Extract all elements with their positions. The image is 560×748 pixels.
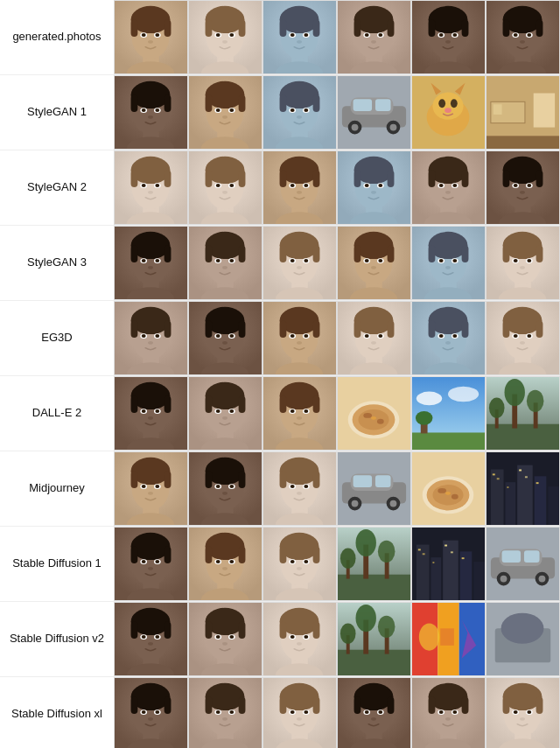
row-9: Stable Diffusion xl [0,677,560,748]
svg-point-605 [297,642,302,646]
svg-rect-642 [206,696,213,714]
svg-point-175 [304,184,308,187]
svg-rect-573 [131,621,138,639]
row-6: Midjourney [0,451,560,527]
svg-point-672 [365,710,369,714]
svg-rect-557 [462,557,465,559]
svg-point-590 [216,635,220,639]
svg-rect-491 [517,465,533,525]
image-3-4 [411,226,486,300]
images-row-0 [114,0,560,74]
svg-point-660 [304,710,308,714]
svg-point-241 [222,266,228,269]
svg-rect-493 [548,486,559,525]
svg-point-318 [229,334,234,338]
image-5-1 [188,376,262,451]
svg-rect-563 [524,550,540,563]
svg-point-591 [229,635,234,639]
svg-rect-31 [280,19,287,37]
image-9-5 [486,677,560,748]
image-1-3 [337,75,411,150]
image-1-1 [188,75,262,150]
svg-rect-518 [206,546,213,563]
svg-rect-353 [462,320,469,338]
svg-point-418 [371,416,376,420]
svg-rect-620 [440,628,454,646]
svg-point-174 [290,184,295,187]
svg-point-75 [527,33,531,37]
svg-rect-171 [313,170,320,187]
image-5-5 [486,376,560,451]
svg-rect-288 [536,245,543,262]
svg-point-428 [505,379,525,406]
svg-point-687 [445,717,451,721]
svg-point-131 [438,99,445,108]
svg-rect-58 [462,19,469,37]
svg-point-456 [229,485,234,488]
images-row-1 [114,75,560,150]
image-2-5 [486,150,560,225]
svg-point-579 [148,642,153,646]
image-7-2 [262,527,337,601]
svg-rect-96 [206,94,213,112]
image-6-3 [337,451,411,526]
svg-rect-287 [503,245,510,262]
svg-point-523 [229,560,234,563]
svg-rect-599 [280,621,287,639]
image-0-4 [411,0,486,74]
image-1-5 [486,75,560,150]
svg-point-371 [520,341,525,345]
image-6-5 [486,451,560,526]
svg-point-213 [514,184,518,187]
svg-rect-300 [131,320,138,338]
svg-point-226 [142,259,146,262]
svg-point-382 [142,409,146,413]
svg-rect-586 [206,621,213,639]
svg-rect-84 [164,94,172,112]
svg-point-292 [527,259,531,262]
svg-point-149 [155,184,159,187]
image-8-3 [337,602,411,676]
svg-point-535 [290,560,295,563]
image-8-5 [486,602,560,676]
svg-rect-392 [239,395,246,413]
svg-rect-668 [354,696,361,714]
image-0-3 [337,0,411,74]
label-0: generated.photos [0,0,114,74]
svg-rect-490 [505,482,515,525]
svg-rect-379 [164,395,172,413]
svg-rect-144 [131,170,138,187]
svg-rect-261 [354,245,361,262]
images-row-4 [114,301,560,375]
svg-rect-121 [375,99,391,111]
svg-rect-549 [430,557,441,600]
svg-point-468 [290,485,295,488]
svg-point-266 [378,259,382,262]
svg-point-150 [148,191,153,194]
image-3-0 [114,226,188,300]
svg-rect-497 [525,476,528,478]
svg-point-444 [148,492,153,495]
svg-point-619 [419,623,439,650]
svg-point-101 [229,108,234,112]
image-5-4 [411,376,486,451]
svg-point-278 [439,259,444,262]
svg-point-304 [142,334,146,338]
label-2: StyleGAN 2 [0,150,114,225]
image-4-4 [411,301,486,375]
image-3-3 [337,226,411,300]
svg-point-432 [489,397,505,417]
svg-point-133 [444,108,452,113]
svg-point-698 [514,710,518,714]
svg-point-176 [297,191,302,194]
svg-point-623 [501,613,544,644]
image-7-4 [411,527,486,601]
svg-rect-391 [206,395,213,413]
svg-rect-532 [313,546,320,563]
image-1-0 [114,75,188,150]
image-0-0 [114,0,188,74]
svg-rect-18 [206,19,213,37]
image-0-2 [262,0,337,74]
svg-rect-422 [412,432,485,450]
svg-point-384 [148,416,153,420]
